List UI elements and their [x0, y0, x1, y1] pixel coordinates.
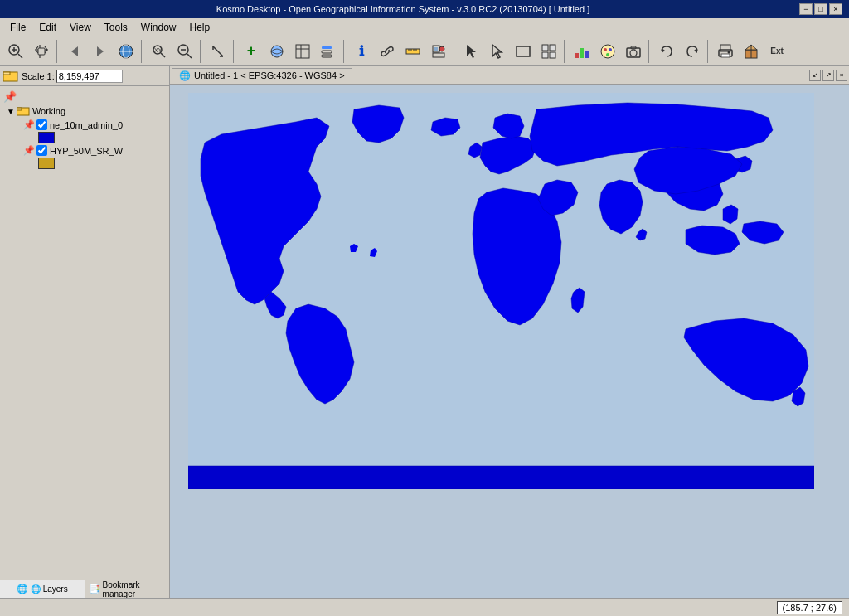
svg-point-34 — [439, 46, 444, 51]
table-button[interactable] — [290, 40, 315, 63]
close-button[interactable]: × — [829, 3, 842, 15]
map-tab-label: Untitled - 1 < EPSG:4326 - WGS84 > — [194, 70, 345, 80]
link-button[interactable] — [375, 40, 400, 63]
select-by-attr-button[interactable] — [316, 40, 341, 63]
map-tab[interactable]: 🌐 Untitled - 1 < EPSG:4326 - WGS84 > — [172, 68, 352, 83]
layer2-color-swatch — [38, 158, 55, 169]
redo-button[interactable] — [680, 40, 705, 63]
svg-marker-6 — [97, 46, 104, 56]
map-tab-bar: 🌐 Untitled - 1 < EPSG:4326 - WGS84 > ↙ ↗… — [170, 66, 849, 85]
map-viewport[interactable] — [170, 85, 849, 598]
zoom-full-button[interactable]: XY — [147, 40, 172, 63]
undo-button[interactable] — [654, 40, 679, 63]
scale-label: Scale 1: — [22, 71, 55, 81]
menu-tools[interactable]: Tools — [98, 20, 134, 35]
chart-button[interactable] — [570, 40, 594, 63]
svg-line-14 — [187, 54, 192, 58]
tree-expand-icon: ▼ — [7, 107, 15, 116]
svg-rect-20 — [296, 45, 309, 58]
svg-rect-54 — [720, 45, 730, 51]
svg-line-1 — [18, 54, 22, 58]
title-bar-text: Kosmo Desktop - Open Geographical Inform… — [7, 4, 799, 14]
palette-button[interactable] — [595, 40, 620, 63]
layer1-swatch-container — [38, 132, 166, 143]
tab-bookmark-manager[interactable]: 📑 Bookmark manager — [85, 580, 170, 598]
add-layer-button[interactable]: + — [239, 40, 264, 63]
working-group-row[interactable]: ▼ Working — [7, 104, 166, 119]
maximize-button[interactable]: □ — [814, 3, 827, 15]
title-bar: Kosmo Desktop - Open Geographical Inform… — [0, 0, 849, 18]
layer1-checkbox[interactable] — [36, 119, 47, 130]
svg-point-46 — [604, 48, 607, 51]
scale-bar: Scale 1: — [0, 66, 169, 86]
package-button[interactable] — [739, 40, 764, 63]
info-button[interactable]: ℹ — [349, 40, 374, 63]
menu-view[interactable]: View — [63, 20, 98, 35]
scale-input[interactable] — [56, 70, 123, 83]
map-tab-controls: ↙ ↗ × — [809, 70, 847, 81]
zoom-in-button[interactable] — [3, 40, 28, 63]
layer2-name: HYP_50M_SR_W — [50, 146, 123, 156]
svg-marker-5 — [71, 46, 78, 56]
menu-file[interactable]: File — [3, 20, 32, 35]
camera-button[interactable] — [621, 40, 646, 63]
minimize-button[interactable]: − — [799, 3, 813, 15]
svg-point-57 — [728, 51, 730, 53]
map-restore-button[interactable]: ↙ — [809, 70, 821, 81]
svg-rect-4 — [38, 48, 45, 55]
svg-rect-42 — [575, 53, 579, 58]
menu-edit[interactable]: Edit — [32, 20, 63, 35]
toolbar-sep-7 — [564, 40, 567, 63]
svg-rect-33 — [433, 53, 444, 57]
layer1-name: ne_10m_admin_0 — [50, 120, 123, 130]
svg-rect-62 — [3, 72, 10, 75]
sidebar: Scale 1: 📌 ▼ Working 📌 — [0, 66, 170, 598]
print-button[interactable] — [713, 40, 738, 63]
status-bar: (185.7 ; 27.6) — [0, 598, 849, 616]
toolbar-sep-1 — [56, 40, 60, 63]
bookmark-icon: 📑 — [89, 584, 100, 594]
map-maximize-button[interactable]: ↗ — [822, 70, 834, 81]
grid-button[interactable] — [536, 40, 561, 63]
svg-rect-40 — [542, 52, 548, 58]
folder-icon — [17, 104, 30, 118]
zoom-out-button[interactable] — [172, 40, 197, 63]
form-button[interactable] — [511, 40, 536, 63]
pan-button[interactable] — [29, 40, 54, 63]
tab-layers-label: 🌐 Layers — [31, 584, 68, 594]
toolbar-sep-3 — [200, 40, 203, 63]
coords-text: (185.7 ; 27.6) — [777, 601, 842, 614]
svg-rect-24 — [322, 51, 332, 53]
back-button[interactable] — [62, 40, 87, 63]
svg-point-47 — [609, 48, 612, 51]
tab-bookmark-label: Bookmark manager — [103, 580, 166, 599]
svg-text:XY: XY — [154, 47, 163, 53]
svg-rect-25 — [322, 55, 332, 57]
toolbar-sep-5 — [343, 40, 347, 63]
svg-rect-37 — [517, 46, 530, 56]
svg-marker-36 — [492, 45, 502, 58]
wms-button[interactable] — [264, 40, 289, 63]
menu-help[interactable]: Help — [183, 20, 217, 35]
svg-rect-23 — [322, 46, 332, 49]
select-tool-button[interactable] — [459, 40, 484, 63]
layer1-row[interactable]: 📌 ne_10m_admin_0 — [23, 119, 166, 131]
layer2-row[interactable]: 📌 HYP_50M_SR_W — [23, 144, 166, 157]
toolbar: XY + ℹ — [0, 36, 849, 66]
globe-button[interactable] — [114, 40, 138, 63]
select2-button[interactable] — [485, 40, 510, 63]
working-group: ▼ Working 📌 ne_10m_admin_0 — [7, 104, 166, 169]
map-close-button[interactable]: × — [836, 70, 847, 81]
layer-tree: 📌 ▼ Working 📌 ne_10m_admin_0 — [0, 86, 169, 580]
menu-window[interactable]: Window — [134, 20, 183, 35]
print-map-button[interactable] — [426, 40, 451, 63]
layer1-container: 📌 ne_10m_admin_0 — [23, 119, 166, 143]
svg-rect-56 — [721, 54, 730, 57]
forward-button[interactable] — [88, 40, 113, 63]
layer2-checkbox[interactable] — [36, 145, 47, 156]
ext-button[interactable]: Ext — [764, 40, 789, 63]
measure-button[interactable] — [206, 40, 230, 63]
ruler-button[interactable] — [400, 40, 425, 63]
main-area: Scale 1: 📌 ▼ Working 📌 — [0, 66, 849, 598]
tab-layers[interactable]: 🌐 🌐 Layers — [0, 580, 85, 598]
